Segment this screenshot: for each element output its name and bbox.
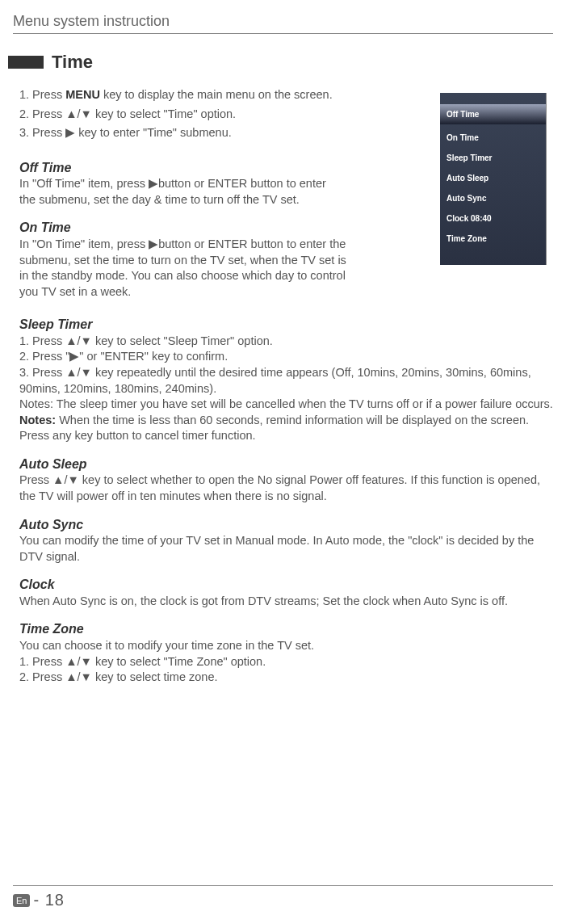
lang-badge: En [13, 894, 30, 907]
sleep-timer-line1: 1. Press ▲/▼ key to select "Sleep Timer"… [19, 334, 553, 350]
time-zone-line1: You can choose it to modify your time zo… [19, 638, 553, 654]
auto-sleep-body: Press ▲/▼ key to select whether to open … [19, 472, 553, 504]
step1-prefix: 1. Press [19, 88, 65, 101]
auto-sync-heading: Auto Sync [19, 516, 553, 534]
title-bar-icon [8, 56, 44, 69]
auto-sync-body: You can modify the time of your TV set i… [19, 533, 553, 565]
off-time-body: In "Off Time" item, press ▶button or ENT… [19, 176, 342, 208]
clock-heading: Clock [19, 576, 553, 594]
auto-sleep-heading: Auto Sleep [19, 456, 553, 473]
menu-item-time-zone[interactable]: Time Zone [440, 230, 546, 247]
page-header: Menu system instruction [13, 13, 553, 34]
menu-item-auto-sync[interactable]: Auto Sync [440, 190, 546, 207]
page-number: - 18 [33, 891, 64, 909]
menu-item-clock[interactable]: Clock 08:40 [440, 210, 546, 227]
time-zone-line3: 2. Press ▲/▼ key to select time zone. [19, 670, 553, 686]
time-zone-line2: 1. Press ▲/▼ key to select "Time Zone" o… [19, 654, 553, 670]
clock-body: When Auto Sync is on, the clock is got f… [19, 594, 553, 610]
sleep-timer-line5: Notes: When the time is less than 60 sec… [19, 413, 553, 444]
time-menu-panel: Off Time On Time Sleep Timer Auto Sleep … [440, 93, 547, 265]
sleep-timer-heading: Sleep Timer [19, 316, 553, 334]
menu-item-on-time[interactable]: On Time [440, 129, 546, 146]
sleep-timer-line2: 2. Press "▶" or "ENTER" key to confirm. [19, 349, 553, 365]
section-title: Time [52, 52, 93, 73]
notes-body: When the time is less than 60 seconds, r… [19, 414, 529, 443]
time-zone-heading: Time Zone [19, 620, 553, 638]
sleep-timer-line3: 3. Press ▲/▼ key repeatedly until the de… [19, 365, 553, 397]
section-title-row: Time [8, 52, 553, 73]
page-footer: En - 18 [13, 885, 553, 909]
menu-item-off-time[interactable]: Off Time [440, 104, 546, 124]
sleep-timer-line4: Notes: The sleep timer you have set will… [19, 397, 553, 413]
on-time-body: In "On Time" item, press ▶button or ENTE… [19, 237, 358, 300]
menu-item-sleep-timer[interactable]: Sleep Timer [440, 149, 546, 166]
menu-item-auto-sleep[interactable]: Auto Sleep [440, 170, 546, 187]
step1-menu-key: MENU [65, 88, 100, 101]
step1-suffix: key to display the main menu on the scre… [100, 88, 333, 101]
notes-label: Notes: [19, 414, 56, 426]
